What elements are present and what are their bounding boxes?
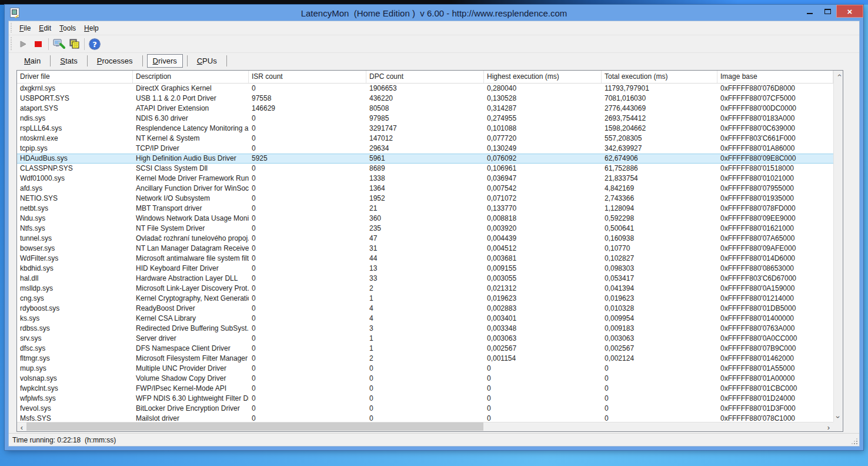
table-row[interactable]: fltmgr.sysMicrosoft Filesystem Filter Ma… — [17, 354, 833, 364]
menu-file[interactable]: File — [15, 22, 35, 34]
table-row[interactable]: hal.dllHardware Abstraction Layer DLL033… — [17, 274, 833, 284]
table-cell: 0 — [484, 394, 602, 404]
table-row[interactable]: afd.sysAncillary Function Driver for Win… — [17, 184, 833, 194]
table-cell: 0,592298 — [602, 214, 717, 224]
table-cell: 0,019623 — [484, 294, 602, 304]
table-row[interactable]: WdFilter.sysMicrosoft antimalware file s… — [17, 254, 833, 264]
table-cell: ataport.SYS — [17, 104, 133, 114]
table-row[interactable]: srv.sysServer driver010,0030630,0030630x… — [17, 334, 833, 344]
table-row[interactable]: tunnel.sysOvladač rozhraní tunelového pr… — [17, 234, 833, 244]
table-cell: Hardware Abstraction Layer DLL — [133, 274, 249, 284]
table-cell: 0xFFFFF880'0A159000 — [717, 284, 833, 294]
start-monitor-button[interactable] — [15, 36, 31, 52]
table-row[interactable]: rdyboost.sysReadyBoost Driver040,0028830… — [17, 304, 833, 314]
horizontal-scroll-thumb[interactable] — [26, 422, 483, 431]
copy-report-button[interactable] — [66, 36, 82, 52]
tab-drivers[interactable]: Drivers — [147, 54, 183, 68]
table-row[interactable]: mslldp.sysMicrosoft Link-Layer Discovery… — [17, 284, 833, 294]
table-cell: 0 — [249, 374, 366, 384]
menu-help[interactable]: Help — [80, 22, 103, 34]
column-header-total-execution[interactable]: Total execution (ms) — [602, 71, 717, 83]
table-row[interactable]: ks.sysKernel CSA Library040,0034010,0099… — [17, 314, 833, 324]
table-cell: 147012 — [366, 134, 484, 144]
table-cell: mslldp.sys — [17, 284, 133, 294]
tab-main[interactable]: Main — [19, 55, 46, 67]
tab-separator — [226, 55, 227, 66]
table-row[interactable]: ataport.SYSATAPI Driver Extension1466298… — [17, 104, 833, 114]
table-row[interactable]: bowser.sysNT Lan Manager Datagram Receiv… — [17, 244, 833, 254]
column-header-dpc-count[interactable]: DPC count — [366, 71, 484, 83]
table-cell: fltmgr.sys — [17, 354, 133, 364]
table-row[interactable]: Ntfs.sysNT File System Driver02350,00392… — [17, 224, 833, 234]
table-row[interactable]: rdbss.sysRedirected Drive Buffering SubS… — [17, 324, 833, 334]
table-cell: tcpip.sys — [17, 144, 133, 154]
table-cell: 7081,016030 — [602, 94, 717, 104]
table-row[interactable]: mup.sysMultiple UNC Provider Driver00000… — [17, 364, 833, 374]
menu-tools[interactable]: Tools — [55, 22, 80, 34]
table-row[interactable]: cng.sysKernel Cryptography, Next Generat… — [17, 294, 833, 304]
column-header-image-base[interactable]: Image base — [717, 71, 833, 83]
table-row[interactable]: volsnap.sysVolume Shadow Copy Driver0000… — [17, 374, 833, 384]
table-cell: 11793,797901 — [602, 84, 717, 94]
table-cell: 0 — [249, 164, 366, 174]
titlebar[interactable]: LatencyMon (Home Edition ) v 6.00 - http… — [5, 5, 863, 21]
table-row[interactable]: Msfs.SYSMailslot driver00000xFFFFF880'07… — [17, 414, 833, 422]
menu-edit[interactable]: Edit — [35, 22, 55, 34]
table-row[interactable]: HDAudBus.sysHigh Definition Audio Bus Dr… — [17, 154, 833, 164]
table-row[interactable]: tcpip.sysTCP/IP Driver0296340,130249342,… — [17, 144, 833, 154]
stop-monitor-button[interactable] — [31, 36, 46, 52]
table-header: Driver file Description ISR count DPC co… — [17, 71, 833, 84]
minimize-button[interactable] — [801, 5, 819, 18]
table-cell: 0,002883 — [484, 304, 602, 314]
maximize-button[interactable] — [819, 5, 836, 18]
table-row[interactable]: ntoskrnl.exeNT Kernel & System01470120,0… — [17, 134, 833, 144]
vertical-scrollbar[interactable]: › › — [833, 71, 843, 422]
scroll-right-icon[interactable]: › — [824, 422, 833, 432]
table-cell: Resplendence Latency Monitoring a... — [133, 124, 249, 134]
table-cell: 0 — [249, 234, 366, 244]
table-row[interactable]: CLASSPNP.SYSSCSI Class System Dll086890,… — [17, 164, 833, 174]
column-header-highest-execution[interactable]: Highest execution (ms) — [484, 71, 602, 83]
resize-grip-icon[interactable] — [856, 443, 857, 444]
scroll-down-icon[interactable]: › — [834, 412, 843, 422]
table-cell: cng.sys — [17, 294, 133, 304]
help-button[interactable]: ? — [87, 36, 102, 52]
table-cell: 0xFFFFF880'0A0CC000 — [717, 334, 833, 344]
table-row[interactable]: NETIO.SYSNetwork I/O Subsystem019520,071… — [17, 194, 833, 204]
column-header-description[interactable]: Description — [133, 71, 249, 83]
table-row[interactable]: rspLLL64.sysResplendence Latency Monitor… — [17, 124, 833, 134]
close-button[interactable]: × — [836, 5, 863, 18]
scroll-up-icon[interactable]: › — [834, 71, 843, 80]
table-cell: 0 — [249, 294, 366, 304]
scroll-left-icon[interactable]: ‹ — [17, 422, 26, 432]
table-row[interactable]: fvevol.sysBitLocker Drive Encryption Dri… — [17, 404, 833, 414]
table-cell: Volume Shadow Copy Driver — [133, 374, 249, 384]
table-row[interactable]: kbdhid.sysHID Keyboard Filter Driver0130… — [17, 264, 833, 274]
table-cell: 0xFFFFF880'09EE9000 — [717, 214, 833, 224]
table-cell: 0xFFFFF880'01D24000 — [717, 394, 833, 404]
table-cell: 2 — [366, 354, 484, 364]
table-cell: NT Lan Manager Datagram Receiver... — [133, 244, 249, 254]
table-cell: 97985 — [366, 114, 484, 124]
table-row[interactable]: netbt.sysMBT Transport driver0210,133770… — [17, 204, 833, 214]
table-cell: 3291747 — [366, 124, 484, 134]
tab-processes[interactable]: Processes — [92, 55, 138, 67]
table-cell: rspLLL64.sys — [17, 124, 133, 134]
table-cell: 0,077720 — [484, 134, 602, 144]
table-row[interactable]: dxgkrnl.sysDirectX Graphics Kernel019066… — [17, 84, 833, 94]
table-row[interactable]: Wdf01000.sysKernel Mode Driver Framework… — [17, 174, 833, 184]
column-header-isr-count[interactable]: ISR count — [249, 71, 366, 83]
table-row[interactable]: wfplwfs.sysWFP NDIS 6.30 Lightweight Fil… — [17, 394, 833, 404]
horizontal-scrollbar[interactable]: ‹ › — [17, 422, 833, 431]
table-cell: 0 — [249, 324, 366, 334]
table-cell: 2693,754412 — [602, 114, 717, 124]
table-row[interactable]: fwpkclnt.sysFWP/IPsec Kernel-Mode API000… — [17, 384, 833, 394]
table-row[interactable]: Ndu.sysWindows Network Data Usage Monit.… — [17, 214, 833, 224]
table-row[interactable]: dfsc.sysDFS Namespace Client Driver010,0… — [17, 344, 833, 354]
analyze-tools-button[interactable] — [51, 36, 66, 52]
table-row[interactable]: USBPORT.SYSUSB 1.1 & 2.0 Port Driver9755… — [17, 94, 833, 104]
column-header-driver-file[interactable]: Driver file — [17, 71, 133, 83]
table-row[interactable]: ndis.sysNDIS 6.30 driver0979850,27495526… — [17, 114, 833, 124]
tab-stats[interactable]: Stats — [55, 55, 83, 67]
tab-cpus[interactable]: CPUs — [192, 55, 222, 67]
